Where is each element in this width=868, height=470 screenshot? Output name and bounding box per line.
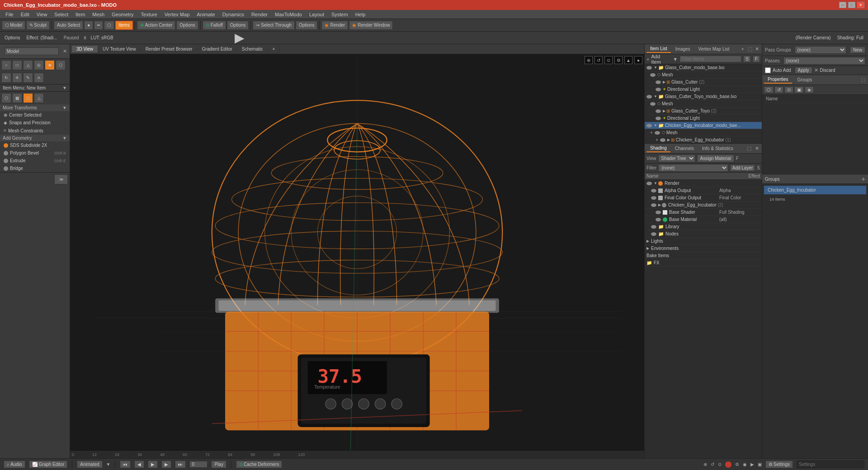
prop-tb-btn4[interactable]: ▣	[794, 86, 804, 93]
list-item[interactable]: ▶ ⊞ Glass_Cutter_Toyo (2)	[645, 108, 762, 115]
rotate-tool[interactable]: ↻	[1, 73, 11, 83]
play-named-button[interactable]: Play	[211, 461, 226, 468]
apply-close-icon[interactable]: ✕	[814, 67, 818, 73]
status-icon5[interactable]: ◉	[743, 462, 747, 467]
extrude-item[interactable]: Extrude Shift E	[0, 157, 70, 164]
skip-start-button[interactable]: ⏮	[120, 461, 131, 468]
move-tool[interactable]: ✛	[12, 73, 22, 83]
close-left-panel[interactable]: ✕	[63, 48, 67, 54]
minimize-button[interactable]: ─	[839, 2, 846, 8]
menu-select[interactable]: Select	[51, 11, 72, 18]
options-button[interactable]: Options	[176, 21, 198, 30]
passes-select[interactable]: (none)	[783, 57, 865, 65]
menu-maxtomodo[interactable]: MaxToModo	[271, 11, 306, 18]
select-options[interactable]: Options	[296, 21, 317, 30]
shader-row[interactable]: 📁 Library	[645, 223, 762, 230]
fr-expand-icon[interactable]: ⬚	[860, 77, 866, 82]
pen-tool[interactable]: ✎	[23, 73, 33, 83]
falloff-button[interactable]: ⊙ Falloff	[203, 21, 226, 30]
list-item[interactable]: ▶ ⊞ Glass_Cutter (2)	[645, 79, 762, 86]
poly-mode[interactable]: ⬡	[104, 21, 114, 30]
shader-row[interactable]: 📁 Nodes	[645, 230, 762, 238]
plus-btn[interactable]: +	[656, 137, 658, 142]
play-button[interactable]: ▶	[148, 461, 158, 468]
il-down-arrow[interactable]: ▼	[673, 56, 678, 62]
tab-schematic[interactable]: Schematic	[237, 46, 268, 52]
item-menu-arrow[interactable]: ▼	[62, 85, 67, 90]
tab-info-stats[interactable]: Info & Statistics	[698, 145, 737, 152]
auto-select-button[interactable]: Auto Select	[54, 21, 83, 30]
mesh-tool4[interactable]: △	[34, 93, 44, 103]
add-layer-button[interactable]: Add Layer	[730, 164, 755, 171]
il-expand-icon[interactable]: ⬚	[747, 46, 753, 52]
tab-groups[interactable]: Groups	[794, 76, 816, 83]
menu-animate[interactable]: Animate	[193, 11, 218, 18]
menu-vertexmap[interactable]: Vertex Map	[161, 11, 193, 18]
menu-file[interactable]: File	[2, 11, 17, 18]
text-tool[interactable]: A	[34, 73, 44, 83]
settings-button[interactable]: ⚙ Settings	[765, 461, 793, 468]
prop-tb-btn3[interactable]: ⊙	[784, 86, 793, 93]
shader-row[interactable]: ▶ Lights	[645, 238, 762, 245]
list-item[interactable]: ☀ Directional Light	[645, 115, 762, 122]
animated-arrow[interactable]: ▼	[106, 462, 111, 467]
frame-input[interactable]	[189, 461, 208, 468]
cube-tool[interactable]: ■	[45, 60, 55, 70]
plus-btn[interactable]: +	[650, 130, 653, 135]
status-icon6[interactable]: ▶	[750, 462, 754, 467]
cone-tool[interactable]: △	[23, 60, 33, 70]
il-collapse-icon[interactable]: ✕	[754, 46, 760, 52]
tab-shading[interactable]: Shading	[646, 145, 670, 152]
list-item[interactable]: ⬡ Mesh	[645, 71, 762, 79]
play-button-large[interactable]: ▶	[235, 31, 245, 45]
apply-button[interactable]: Apply	[795, 67, 812, 74]
select-through-button[interactable]: ⇒ Select Through	[253, 21, 295, 30]
menu-help[interactable]: Help	[352, 11, 369, 18]
status-icon2[interactable]: ↺	[711, 462, 714, 467]
sp-close-icon[interactable]: ✕	[754, 146, 760, 151]
orbit-icon[interactable]: ⊕	[585, 56, 593, 64]
list-item[interactable]: + ⬡ Mesh	[645, 129, 762, 136]
fullscreen-vp-icon[interactable]: ●	[634, 56, 642, 64]
shader-row[interactable]: ▶ Chicken_Egg_Incubator (2)	[645, 202, 762, 209]
group-item[interactable]: Chicken_Egg_Incubator	[764, 186, 866, 194]
cylinder-tool[interactable]: ⬡	[56, 60, 66, 70]
sds-subdivide-item[interactable]: SDS Subdivide 2X	[0, 141, 70, 149]
torus-tool[interactable]: ◎	[34, 60, 44, 70]
center-selected-item[interactable]: ⊕ Center Selected	[0, 111, 70, 119]
il-f-button[interactable]: F	[753, 56, 760, 62]
add-group-button[interactable]: +	[862, 175, 865, 183]
animated-button[interactable]: Animated	[77, 461, 102, 468]
options-label[interactable]: Options	[2, 34, 23, 41]
tab-channels[interactable]: Channels	[671, 145, 698, 152]
next-frame-button[interactable]: ▶	[161, 461, 171, 468]
model-search-input[interactable]	[5, 47, 59, 55]
snaps-precision-item[interactable]: ◈ Snaps and Precision	[0, 119, 70, 127]
shader-row[interactable]: ▶ Environments	[645, 245, 762, 252]
menu-system[interactable]: System	[328, 11, 352, 18]
sp-expand-icon[interactable]: ⬚	[745, 146, 753, 151]
edge-mode[interactable]: ━	[94, 21, 103, 30]
rec-button[interactable]	[725, 461, 731, 468]
model-button[interactable]: ⬡ Model	[2, 21, 25, 30]
menu-item[interactable]: Item	[72, 11, 89, 18]
list-item[interactable]: ⬡ Mesh	[645, 100, 762, 108]
shader-tree-select[interactable]: Shader Tree	[658, 155, 695, 162]
filter-select[interactable]: (none)	[658, 164, 728, 172]
filter-items-input[interactable]	[679, 56, 741, 62]
prev-frame-button[interactable]: ◀	[134, 461, 144, 468]
il-add-icon[interactable]: +	[740, 46, 746, 52]
list-item[interactable]: ▼ 📁 Chicken_Egg_Incubator_modo_bae...	[645, 122, 762, 129]
shader-row[interactable]: Final Color Output Final Color	[645, 194, 762, 202]
tab-properties[interactable]: Properties	[764, 76, 792, 84]
discard-label[interactable]: Discard	[820, 68, 835, 73]
shader-row[interactable]: Alpha Output Alpha	[645, 187, 762, 194]
add-tab-button[interactable]: +	[268, 46, 280, 52]
capsule-tool[interactable]: ⬭	[12, 60, 22, 70]
il-plus-icon[interactable]: +	[646, 56, 649, 62]
menu-texture[interactable]: Texture	[137, 11, 161, 18]
cache-deformers-button[interactable]: ⊙ Cache Deformers	[236, 461, 282, 468]
render-window-button[interactable]: ◉ Render Window	[349, 21, 393, 30]
tab-uvtexture[interactable]: UV Texture View	[98, 46, 141, 52]
mesh-tool1[interactable]: ⬡	[1, 93, 11, 103]
